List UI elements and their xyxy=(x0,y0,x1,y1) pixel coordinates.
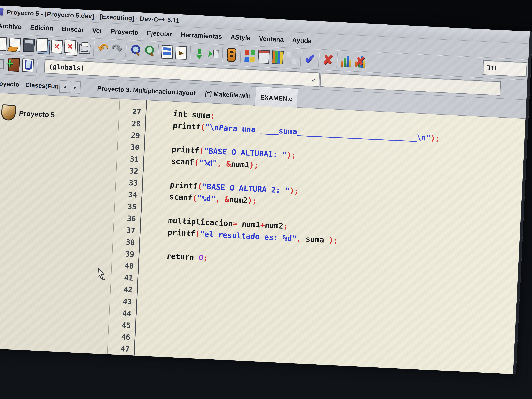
new-file-button[interactable] xyxy=(0,35,8,53)
panel-tab-proyecto[interactable]: Proyecto xyxy=(0,80,19,88)
chevron-down-icon[interactable]: ⌄ xyxy=(311,74,316,83)
code-token: printf xyxy=(167,228,196,238)
app-window: Proyecto 5 - [Proyecto 5.dev] - [Executi… xyxy=(0,5,532,374)
debug-button[interactable] xyxy=(224,46,239,64)
code-token: ; xyxy=(203,253,208,263)
line-number: 34 xyxy=(115,188,142,201)
code-token: printf xyxy=(171,145,200,155)
menu-item-proyecto[interactable]: Proyecto xyxy=(111,27,139,36)
close-all-button[interactable] xyxy=(63,38,78,56)
profile-del-icon xyxy=(355,55,365,68)
add-bookmark-icon xyxy=(8,58,20,72)
profile-del-button[interactable] xyxy=(353,52,367,70)
debug-icon xyxy=(227,48,236,62)
menu-item-ayuda[interactable]: Ayuda xyxy=(292,36,312,44)
toolbar-separator xyxy=(240,48,241,63)
profile-icon xyxy=(341,55,351,67)
compiler-selector[interactable]: TD xyxy=(482,60,527,77)
toggle-bookmark-button[interactable] xyxy=(20,56,35,74)
code-token: num1 xyxy=(237,219,260,229)
save-button[interactable] xyxy=(21,36,36,54)
code-token: num2 xyxy=(265,221,284,230)
code-token: ( xyxy=(195,229,200,238)
tab-scroll-left-icon[interactable]: ◂ xyxy=(60,81,70,93)
code-token: ; xyxy=(210,111,215,120)
line-number: 45 xyxy=(109,318,135,332)
win-two-icon xyxy=(286,52,297,64)
code-token: ); xyxy=(249,160,259,170)
line-number: 27 xyxy=(119,105,146,118)
code-token: 0 xyxy=(198,253,203,262)
toolbar-separator xyxy=(336,53,338,68)
menu-item-herramientas[interactable]: Herramientas xyxy=(181,31,222,40)
menu-item-ver[interactable]: Ver xyxy=(92,26,102,34)
win-two-button[interactable] xyxy=(284,49,299,67)
code-token: ); xyxy=(287,150,296,160)
toolbar-group xyxy=(242,46,299,69)
new-file-icon xyxy=(0,37,7,51)
line-number: 32 xyxy=(116,165,143,177)
run-button[interactable] xyxy=(206,45,221,63)
win-squares-icon xyxy=(244,50,255,62)
compile-icon xyxy=(194,47,205,60)
tab-scroll-right-icon[interactable]: ▸ xyxy=(70,81,80,93)
line-number: 46 xyxy=(108,330,135,344)
project-browser-panel[interactable]: + Proyecto 5 xyxy=(0,93,120,356)
menu-item-ejecutar[interactable]: Ejecutar xyxy=(147,29,172,38)
toolbar-group xyxy=(224,45,239,66)
win-window-button[interactable] xyxy=(256,48,271,66)
syntax-check-button[interactable] xyxy=(302,50,317,68)
toolbar-group xyxy=(302,49,317,70)
add-bookmark-button[interactable] xyxy=(6,56,21,74)
run-icon xyxy=(208,48,219,61)
toolbar-separator xyxy=(158,44,159,59)
code-token: "%d" xyxy=(199,158,217,168)
open-file-button[interactable] xyxy=(7,36,22,54)
next-bookmark-button[interactable] xyxy=(174,44,189,62)
code-token: ); xyxy=(247,196,257,205)
code-token: suma xyxy=(301,234,329,245)
profile-button[interactable] xyxy=(339,52,354,70)
toolbar-separator xyxy=(93,41,94,56)
redo-button[interactable] xyxy=(109,40,124,59)
tree-item-proyecto5[interactable]: + Proyecto 5 xyxy=(0,104,119,126)
print-button[interactable] xyxy=(77,39,92,57)
code-token: ( xyxy=(197,182,203,191)
win-grid-button[interactable] xyxy=(270,48,285,66)
symbol-combobox-value: (globals) xyxy=(49,63,85,72)
code-token: ( xyxy=(194,158,199,167)
replace-button[interactable] xyxy=(142,42,156,60)
close-file-button[interactable] xyxy=(49,38,64,56)
menu-item-archivo[interactable]: Archivo xyxy=(0,22,22,31)
toolbar-separator xyxy=(190,46,191,61)
win-grid-icon xyxy=(272,51,284,64)
compile-button[interactable] xyxy=(192,44,207,63)
code-token: return xyxy=(166,252,194,262)
save-all-button[interactable] xyxy=(35,37,50,55)
line-number: 30 xyxy=(117,141,144,154)
toolbar-group xyxy=(95,38,124,60)
menu-item-buscar[interactable]: Buscar xyxy=(62,25,84,33)
editor-tab-makefile-win[interactable]: [*] Makefile.win xyxy=(200,84,256,105)
toolbar-separator xyxy=(300,51,301,66)
toolbar-separator xyxy=(125,43,127,57)
line-number: 41 xyxy=(111,271,138,284)
menu-item-edicion[interactable]: Edición xyxy=(30,24,54,32)
menu-item-ventana[interactable]: Ventana xyxy=(259,35,284,43)
undo-button[interactable] xyxy=(95,40,110,58)
abort-button[interactable] xyxy=(321,51,336,69)
goto-line-button[interactable] xyxy=(160,43,175,61)
win-squares-button[interactable] xyxy=(242,47,257,65)
panel-tab-clasesfun[interactable]: Clases(Fun xyxy=(25,81,59,90)
win-window-icon xyxy=(258,50,270,64)
line-number: 42 xyxy=(110,283,137,296)
main-content: + Proyecto 5 272829303132333435363738394… xyxy=(0,93,526,374)
find-button[interactable] xyxy=(128,41,142,59)
code-token: num2 xyxy=(229,195,248,205)
code-editor[interactable]: int suma;printf("\nPara una ____suma____… xyxy=(134,100,526,374)
code-token: ( xyxy=(199,146,204,155)
line-number: 28 xyxy=(119,117,145,130)
syntax-check-icon xyxy=(304,53,315,65)
code-token: printf xyxy=(173,121,201,131)
menu-item-astyle[interactable]: AStyle xyxy=(230,33,251,42)
